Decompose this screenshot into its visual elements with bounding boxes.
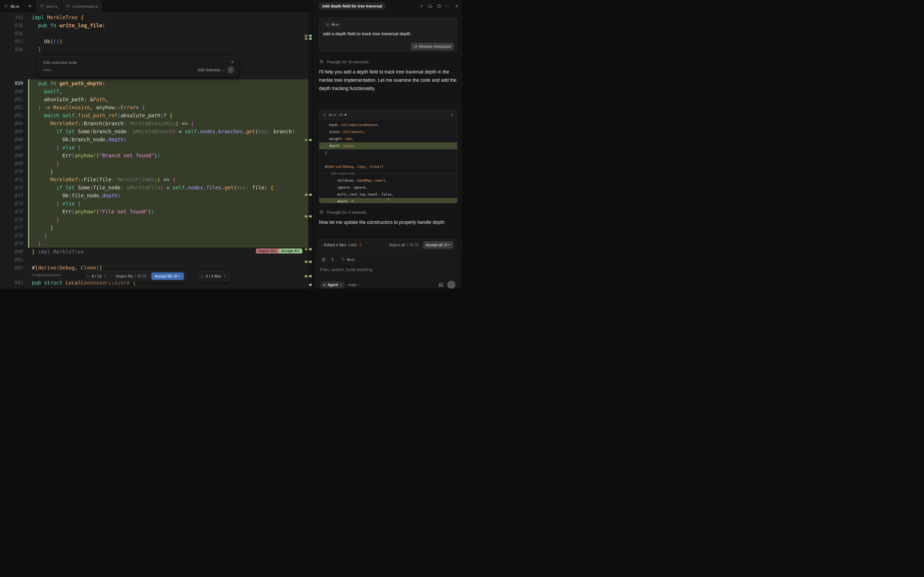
minimap-change-marker <box>305 139 307 141</box>
accept-all-button[interactable]: Accept all ⌘↵ <box>423 241 454 249</box>
next-file-icon[interactable]: › <box>224 274 226 279</box>
code-line[interactable]: 151impl MerkleTree { <box>0 13 308 21</box>
edited-files-bar: › Edited 4 files +163 -7 Reject all ⇧⌘⌫ … <box>318 239 456 251</box>
next-change-icon[interactable]: ∨ <box>104 275 106 278</box>
attach-image-icon[interactable] <box>438 282 444 287</box>
diff-card-header[interactable]: R lib.rs +3 <box>319 110 457 120</box>
context-file-chip[interactable]: R lib.rs <box>338 256 357 263</box>
code-line[interactable]: 875 Err(anyhow!("File not found")) <box>0 208 308 216</box>
code-line[interactable]: 879 } <box>0 240 308 248</box>
model-auto-dropdown[interactable]: Auto∨ <box>43 68 53 72</box>
more-options-icon[interactable]: ⋯ <box>445 3 451 9</box>
diff-code-body[interactable]: hash: Cell<Option<Hash>>, stale: Cell<bo… <box>319 120 457 203</box>
ai-chat-panel: Add depth field for tree traversal + ⋯ ×… <box>312 0 462 288</box>
thought-duration[interactable]: Thought for 10 seconds <box>319 59 369 64</box>
minimap-change-marker <box>309 261 312 263</box>
restore-checkpoint-button[interactable]: ↺ Restore checkpoint <box>411 43 454 50</box>
minimap-change-marker <box>309 193 312 196</box>
modified-dot <box>345 114 347 116</box>
code-line[interactable]: 862 ) -> Result<usize, anyhow::Error> { <box>0 103 308 111</box>
send-button[interactable]: ↑ <box>447 281 455 288</box>
new-chat-icon[interactable]: + <box>419 3 424 9</box>
minimap[interactable] <box>308 12 312 288</box>
chevron-down-icon: ∨ <box>52 69 53 72</box>
scroll-down-icon[interactable]: ∨ <box>387 197 389 201</box>
user-message-card: R lib.rs add a depth field to track tree… <box>319 18 457 52</box>
reject-diff-button[interactable]: Reject ⌘N <box>256 248 279 253</box>
minimap-change-marker <box>305 275 307 277</box>
close-icon[interactable]: × <box>231 59 234 65</box>
tab-test-rs[interactable]: R test.rs <box>36 0 62 12</box>
lines-added: +163 <box>348 243 357 247</box>
chevron-up-icon: ∧ <box>357 284 359 286</box>
tab-lib-rs[interactable]: R lib.rs × <box>0 0 36 12</box>
expand-icon[interactable] <box>450 113 454 117</box>
code-line[interactable]: 872 if let Some(file_node: &MerkleFile) … <box>0 184 308 192</box>
agent-mode-dropdown[interactable]: ∞ Agent ∧ <box>320 281 345 288</box>
code-line[interactable]: 859 pub fn get_path_depth( <box>0 79 308 87</box>
composer-input[interactable]: Plan, search, build anything <box>320 268 455 272</box>
code-line[interactable]: 860 &self, <box>0 87 308 95</box>
code-line[interactable]: 861 absolute_path: &Path, <box>0 95 308 103</box>
close-tab-icon[interactable]: × <box>29 3 31 9</box>
infinity-icon: ∞ <box>323 283 326 287</box>
mention-button[interactable]: @ <box>320 256 327 263</box>
code-line[interactable]: 874 } else { <box>0 200 308 208</box>
code-line[interactable]: 873 Ok(file_node.depth) <box>0 192 308 200</box>
code-line[interactable]: 871 MerkleRef::File(file: MerkleFileKey)… <box>0 176 308 184</box>
diff-code-line: ignore: ignore, <box>319 184 457 191</box>
code-line[interactable]: 863 match self.find_path_ref(absolute_pa… <box>0 111 308 119</box>
code-line[interactable]: 876 } <box>0 216 308 224</box>
prev-change-icon[interactable]: ∧ <box>87 275 89 278</box>
chat-thread-title[interactable]: Add depth field for tree traversal <box>319 2 385 10</box>
code-line[interactable]: 856 <box>0 29 308 37</box>
accept-file-button[interactable]: Accept file ⌘↵ <box>151 272 184 280</box>
cloud-icon[interactable] <box>428 3 433 9</box>
minimap-change-marker <box>309 275 312 277</box>
code-line[interactable]: 882#[derive(Debug, Clone)] <box>0 264 308 272</box>
minimap-change-marker <box>305 35 307 37</box>
close-panel-icon[interactable]: × <box>454 3 459 9</box>
code-line[interactable]: 870 } <box>0 168 308 176</box>
code-line[interactable]: 858 } <box>0 45 308 53</box>
edit-dialog-placeholder[interactable]: Edit selected code <box>43 60 233 65</box>
edit-selected-code-dialog: Edit selected code × Auto∨ Edit Selectio… <box>39 56 238 76</box>
chat-composer[interactable]: @ R lib.rs Plan, search, build anything … <box>316 252 459 288</box>
accept-diff-button[interactable]: Accept ⌘Y <box>279 248 302 253</box>
code-line[interactable]: 857 Ok(()) <box>0 37 308 45</box>
rules-icon[interactable] <box>329 256 336 263</box>
model-dropdown[interactable]: Auto ∧ <box>348 283 359 287</box>
rust-file-icon: R <box>326 23 330 26</box>
edited-files-summary[interactable]: Edited 4 files <box>324 243 346 247</box>
prev-file-icon[interactable]: ‹ <box>201 274 202 279</box>
code-line[interactable]: 866 Ok(branch_node.depth) <box>0 135 308 143</box>
code-line[interactable]: 836 pub fn write_log_file( <box>0 21 308 29</box>
code-line[interactable]: 877 } <box>0 224 308 232</box>
rust-file-icon: R <box>322 113 326 117</box>
minimap-change-marker <box>309 248 312 250</box>
submit-edit-button[interactable]: ↑ <box>227 66 234 73</box>
code-line[interactable]: 864 MerkleRef::Branch(branch: MerkleBran… <box>0 119 308 127</box>
app-window: R lib.rs × R test.rs R incremental.rs 15… <box>0 0 462 288</box>
rust-file-icon: R <box>341 258 345 261</box>
code-line[interactable]: 878 } <box>0 232 308 240</box>
files-counter: 4 / 4 files <box>205 274 221 278</box>
hidden-lines-separator[interactable]: 896 hidden lines <box>319 170 457 177</box>
reject-file-button[interactable]: Reject file ⇧⌘⌫ <box>116 274 147 278</box>
rust-file-icon: R <box>66 4 70 8</box>
history-icon[interactable] <box>436 3 442 9</box>
code-line[interactable]: 881 <box>0 256 308 264</box>
expand-chevron-icon[interactable]: › <box>321 243 322 247</box>
reject-all-button[interactable]: Reject all ⇧⌘⌫ <box>389 243 419 247</box>
code-line[interactable]: 865 if let Some(branch_node: &MerkleBran… <box>0 127 308 135</box>
tab-incremental-rs[interactable]: R incremental.rs <box>62 0 102 12</box>
thought-duration[interactable]: Thought for 4 seconds <box>319 210 366 215</box>
diff-code-line: weight: i64, <box>319 135 457 142</box>
code-line[interactable]: 869 } <box>0 160 308 168</box>
user-message-text: add a depth field to track tree traversa… <box>323 31 454 36</box>
edit-selection-dropdown[interactable]: Edit Selection ∨ <box>198 68 225 72</box>
code-line[interactable]: 867 } else { <box>0 143 308 152</box>
attached-file-chip[interactable]: R lib.rs <box>323 21 341 28</box>
code-line[interactable]: 868 Err(anyhow!("Branch not found")) <box>0 152 308 160</box>
code-viewport[interactable]: 151impl MerkleTree {836 pub fn write_log… <box>0 12 312 288</box>
